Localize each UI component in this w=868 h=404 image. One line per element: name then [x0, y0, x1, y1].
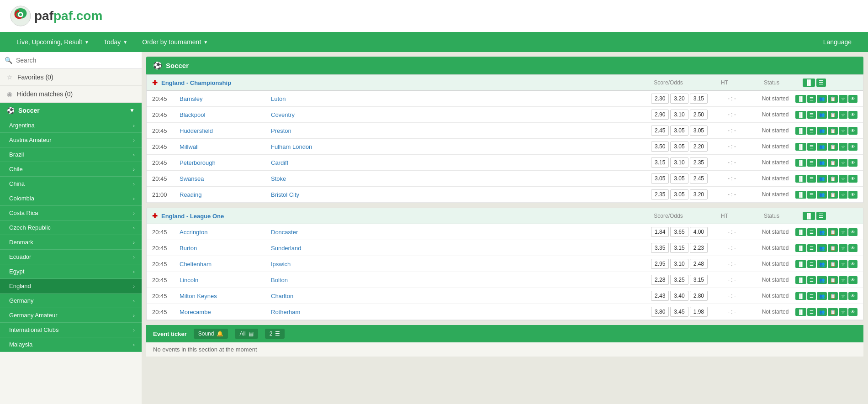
match-away-team[interactable]: Ipswich [271, 261, 643, 268]
odd-draw-btn[interactable]: 3.15 [670, 243, 688, 253]
info-btn[interactable]: 📋 [828, 191, 838, 199]
sidebar-soccer-section[interactable]: ⚽ Soccer ▼ [0, 103, 142, 118]
stats-btn[interactable]: ▐▌ [795, 276, 806, 284]
sidebar-country-international-clubs[interactable]: International Clubs› [0, 323, 142, 337]
nav-live-upcoming[interactable]: Live, Upcoming, Result ▼ [9, 32, 96, 52]
match-home-team[interactable]: Cheltenham [180, 261, 271, 268]
match-away-team[interactable]: Bristol City [271, 191, 643, 198]
search-box[interactable]: 🔍 [0, 52, 142, 69]
stats-btn[interactable]: ▐▌ [795, 127, 806, 135]
odd-away-btn[interactable]: 3.15 [690, 94, 708, 104]
hide-btn[interactable]: 👁 [848, 191, 857, 199]
hide-btn[interactable]: 👁 [848, 95, 857, 103]
match-home-team[interactable]: Reading [180, 191, 271, 198]
odd-draw-btn[interactable]: 3.20 [670, 94, 688, 104]
list-btn[interactable]: ☰ [807, 159, 816, 167]
sidebar-country-malaysia[interactable]: Malaysia› [0, 337, 142, 352]
odd-draw-btn[interactable]: 3.10 [670, 110, 688, 120]
odd-home-btn[interactable]: 1.84 [651, 227, 669, 237]
people-btn[interactable]: 👥 [817, 292, 827, 300]
nav-order-tournament[interactable]: Order by tournament ▼ [135, 32, 215, 52]
stats-btn[interactable]: ▐▌ [795, 175, 806, 183]
info-btn[interactable]: 📋 [828, 111, 838, 119]
odd-home-btn[interactable]: 2.95 [651, 259, 669, 269]
sidebar-country-germany[interactable]: Germany› [0, 294, 142, 308]
odd-home-btn[interactable]: 2.45 [651, 126, 669, 136]
star-btn[interactable]: ☆ [839, 276, 847, 284]
star-btn[interactable]: ☆ [839, 111, 847, 119]
sidebar-item-hidden[interactable]: ◉ Hidden matches (0) [0, 86, 142, 103]
match-home-team[interactable]: Accrington [180, 229, 271, 236]
hide-btn[interactable]: 👁 [848, 276, 857, 284]
star-btn[interactable]: ☆ [839, 175, 847, 183]
list-btn[interactable]: ☰ [807, 95, 816, 103]
hide-btn[interactable]: 👁 [848, 175, 857, 183]
match-away-team[interactable]: Sunderland [271, 245, 643, 252]
hide-btn[interactable]: 👁 [848, 292, 857, 300]
odd-home-btn[interactable]: 2.28 [651, 275, 669, 285]
match-away-team[interactable]: Rotherham [271, 309, 643, 315]
info-btn[interactable]: 📋 [828, 127, 838, 135]
list-view-icon[interactable]: ☰ [816, 212, 826, 220]
star-btn[interactable]: ☆ [839, 244, 847, 252]
stats-btn[interactable]: ▐▌ [795, 244, 806, 252]
match-away-team[interactable]: Fulham London [271, 143, 643, 150]
star-btn[interactable]: ☆ [839, 308, 847, 316]
odd-away-btn[interactable]: 2.80 [690, 291, 708, 301]
sidebar-country-brazil[interactable]: Brazil› [0, 147, 142, 162]
stats-btn[interactable]: ▐▌ [795, 143, 806, 151]
stats-btn[interactable]: ▐▌ [795, 308, 806, 316]
people-btn[interactable]: 👥 [817, 308, 827, 316]
people-btn[interactable]: 👥 [817, 95, 827, 103]
stats-btn[interactable]: ▐▌ [795, 111, 806, 119]
info-btn[interactable]: 📋 [828, 143, 838, 151]
list-btn[interactable]: ☰ [807, 292, 816, 300]
odd-home-btn[interactable]: 3.15 [651, 157, 669, 168]
match-home-team[interactable]: Lincoln [180, 277, 271, 283]
match-away-team[interactable]: Luton [271, 95, 643, 102]
people-btn[interactable]: 👥 [817, 175, 827, 183]
match-home-team[interactable]: Burton [180, 245, 271, 252]
odd-draw-btn[interactable]: 3.45 [670, 307, 688, 317]
list-btn[interactable]: ☰ [807, 143, 816, 151]
hide-btn[interactable]: 👁 [848, 111, 857, 119]
star-btn[interactable]: ☆ [839, 260, 847, 268]
people-btn[interactable]: 👥 [817, 127, 827, 135]
hide-btn[interactable]: 👁 [848, 143, 857, 151]
people-btn[interactable]: 👥 [817, 111, 827, 119]
match-home-team[interactable]: Morecambe [180, 309, 271, 315]
list-btn[interactable]: ☰ [807, 244, 816, 252]
match-away-team[interactable]: Doncaster [271, 229, 643, 236]
odd-away-btn[interactable]: 2.45 [690, 173, 708, 184]
odd-home-btn[interactable]: 2.30 [651, 94, 669, 104]
odd-draw-btn[interactable]: 3.40 [670, 291, 688, 301]
stats-btn[interactable]: ▐▌ [795, 191, 806, 199]
odd-away-btn[interactable]: 4.00 [690, 227, 708, 237]
odd-draw-btn[interactable]: 3.25 [670, 275, 688, 285]
star-btn[interactable]: ☆ [839, 127, 847, 135]
list-view-icon[interactable]: ☰ [816, 79, 826, 87]
info-btn[interactable]: 📋 [828, 95, 838, 103]
people-btn[interactable]: 👥 [817, 143, 827, 151]
stats-btn[interactable]: ▐▌ [795, 228, 806, 236]
odd-draw-btn[interactable]: 3.10 [670, 157, 688, 168]
bar-chart-icon[interactable]: ▐▌ [803, 212, 815, 220]
nav-today[interactable]: Today ▼ [96, 32, 135, 52]
odd-home-btn[interactable]: 3.35 [651, 243, 669, 253]
star-btn[interactable]: ☆ [839, 95, 847, 103]
sidebar-country-ecuador[interactable]: Ecuador› [0, 250, 142, 264]
match-away-team[interactable]: Stoke [271, 175, 643, 182]
people-btn[interactable]: 👥 [817, 276, 827, 284]
ticker-num-btn[interactable]: 2 ☰ [265, 329, 285, 339]
odd-draw-btn[interactable]: 3.05 [670, 173, 688, 184]
hide-btn[interactable]: 👁 [848, 260, 857, 268]
odd-home-btn[interactable]: 2.35 [651, 189, 669, 199]
hide-btn[interactable]: 👁 [848, 308, 857, 316]
odd-draw-btn[interactable]: 3.05 [670, 126, 688, 136]
tournament-name[interactable]: England - Championship [161, 79, 628, 86]
odd-home-btn[interactable]: 3.05 [651, 173, 669, 184]
sidebar-country-germany-amateur[interactable]: Germany Amateur› [0, 308, 142, 323]
odd-home-btn[interactable]: 3.80 [651, 307, 669, 317]
odd-draw-btn[interactable]: 3.65 [670, 227, 688, 237]
hide-btn[interactable]: 👁 [848, 127, 857, 135]
